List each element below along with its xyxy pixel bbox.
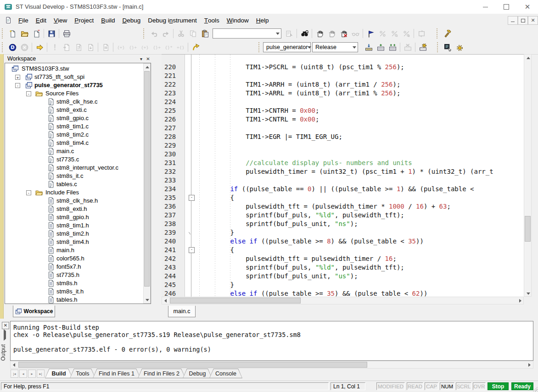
- open-file-button[interactable]: [18, 28, 30, 39]
- tree-item-font5x7-h[interactable]: font5x7.h: [56, 263, 81, 270]
- remove-watch-button[interactable]: [337, 28, 349, 39]
- menu-window[interactable]: Window: [223, 15, 252, 25]
- find-input[interactable]: [216, 30, 276, 37]
- code-editor[interactable]: 2202212222232242252262272282292302312322…: [162, 54, 524, 297]
- find-in-files-button[interactable]: [298, 28, 310, 39]
- menu-debug-instrument[interactable]: Debug instrument: [144, 15, 201, 25]
- menu-tools[interactable]: Tools: [201, 15, 223, 25]
- editor-hscrollbar-thumb[interactable]: [170, 298, 301, 304]
- menu-help[interactable]: Help: [252, 15, 273, 25]
- customize-tools-button[interactable]: [441, 28, 453, 39]
- workspace-tree[interactable]: STM8S103F3.stw+st7735_tft_soft_spi-pulse…: [5, 63, 151, 304]
- toolbar-grip[interactable]: [2, 42, 4, 52]
- tree-item-st7735-c[interactable]: st7735.c: [56, 156, 79, 163]
- tree-item-stm8-gpio-c[interactable]: stm8_gpio.c: [56, 115, 89, 121]
- scroll-left-icon[interactable]: [162, 297, 169, 304]
- tree-item-stm8-gpio-h[interactable]: stm8_gpio.h: [56, 214, 89, 221]
- find-combobox[interactable]: [213, 28, 281, 39]
- new-file-button[interactable]: [6, 28, 18, 39]
- tab-debug[interactable]: Debug: [183, 369, 212, 378]
- rebuild-all-button[interactable]: [417, 42, 429, 53]
- menu-view[interactable]: View: [50, 15, 71, 25]
- tree-item-pulse-generator-st7735[interactable]: pulse_generator_st7735: [34, 82, 103, 88]
- menu-debug[interactable]: Debug: [118, 15, 144, 25]
- maximize-button[interactable]: [496, 0, 517, 14]
- tree-item-stm8s103f3-stw[interactable]: STM8S103F3.stw: [22, 65, 69, 72]
- output-hscrollbar[interactable]: [10, 361, 533, 369]
- tree-expander-expanded[interactable]: -: [26, 190, 31, 195]
- tab-build[interactable]: Build: [45, 369, 73, 378]
- tree-item-include-files[interactable]: Include Files: [45, 189, 79, 196]
- minimize-button[interactable]: [475, 0, 496, 14]
- build-button[interactable]: [387, 42, 398, 53]
- save-workspace-button[interactable]: [45, 28, 57, 39]
- output-hscrollbar-thumb[interactable]: [18, 362, 367, 368]
- tree-item-tables-c[interactable]: tables.c: [56, 181, 77, 188]
- chevron-down-icon[interactable]: [276, 33, 280, 35]
- configuration-combobox[interactable]: Release: [312, 42, 358, 52]
- print-button[interactable]: [61, 28, 73, 39]
- mdi-close-button[interactable]: ✕: [528, 16, 538, 25]
- toolbar-grip[interactable]: [437, 42, 439, 52]
- tree-item-stm8-exti-c[interactable]: stm8_exti.c: [56, 106, 87, 113]
- tab-main-c[interactable]: main.c: [168, 306, 196, 317]
- toggle-bookmark-button[interactable]: [364, 28, 376, 39]
- tree-item-stm8-tim2-h[interactable]: stm8_tim2.h: [56, 230, 89, 237]
- tree-item-stm8-clk-hse-c[interactable]: stm8_clk_hse.c: [56, 98, 98, 105]
- scroll-up-icon[interactable]: [144, 64, 151, 71]
- tree-expander-expanded[interactable]: -: [26, 91, 31, 96]
- build-output[interactable]: Running Post-Build stepchex -o Release\p…: [10, 321, 533, 361]
- tree-item-color565-h[interactable]: color565.h: [56, 255, 84, 262]
- menu-build[interactable]: Build: [97, 15, 118, 25]
- tree-item-main-h[interactable]: main.h: [56, 247, 74, 254]
- tree-item-main-c[interactable]: main.c: [56, 148, 74, 155]
- tree-item-stm8-tim2-c[interactable]: stm8_tim2.c: [56, 131, 89, 138]
- project-combobox[interactable]: pulse_generator: [263, 42, 311, 52]
- toolbar-grip[interactable]: [437, 28, 439, 39]
- continue-run-button[interactable]: [34, 42, 45, 53]
- next-tab-icon[interactable]: ▸: [28, 370, 36, 378]
- last-tab-icon[interactable]: ▸|: [37, 370, 45, 378]
- prev-tab-icon[interactable]: ◂: [19, 370, 27, 378]
- scroll-down-icon[interactable]: [144, 297, 151, 304]
- scroll-down-icon[interactable]: [525, 290, 532, 297]
- tree-expander-collapsed[interactable]: +: [15, 75, 20, 80]
- tree-item-stm8-tim1-c[interactable]: stm8_tim1.c: [56, 123, 89, 130]
- scroll-right-icon[interactable]: [526, 361, 533, 368]
- tree-item-stm8s-it-c[interactable]: stm8s_it.c: [56, 172, 84, 179]
- toolbar-grip[interactable]: [143, 28, 146, 39]
- chevron-down-icon[interactable]: [308, 46, 311, 49]
- tree-item-source-files[interactable]: Source Files: [45, 90, 78, 97]
- tree-item-stm8-tim4-c[interactable]: stm8_tim4.c: [56, 139, 89, 146]
- output-close-icon[interactable]: ✕: [2, 322, 9, 329]
- tree-expander-expanded[interactable]: -: [15, 83, 20, 88]
- close-file-button[interactable]: *: [30, 28, 42, 39]
- tree-item-stm8-exti-h[interactable]: stm8_exti.h: [56, 205, 87, 212]
- tree-item-stm8-clk-hse-h[interactable]: stm8_clk_hse.h: [56, 197, 98, 204]
- panel-close-icon[interactable]: ✕: [145, 55, 151, 62]
- chevron-down-icon[interactable]: [353, 46, 356, 49]
- tree-item-tables-h[interactable]: tables.h: [56, 296, 78, 303]
- mdi-restore-button[interactable]: [518, 16, 528, 25]
- tree-scrollbar[interactable]: [143, 63, 151, 304]
- send-to-device-button[interactable]: [363, 42, 375, 53]
- tab-tools[interactable]: Tools: [70, 369, 95, 378]
- scroll-up-icon[interactable]: [525, 55, 532, 61]
- toolbar-grip[interactable]: [2, 28, 4, 39]
- scroll-left-icon[interactable]: [11, 361, 17, 368]
- editor-vscrollbar[interactable]: [524, 54, 532, 297]
- tree-item-st7735-h[interactable]: st7735.h: [56, 271, 79, 278]
- tree-item-st7735-tft-soft-spi[interactable]: st7735_tft_soft_spi: [34, 73, 84, 80]
- menu-file[interactable]: File: [15, 15, 32, 25]
- close-button[interactable]: ✕: [517, 0, 538, 14]
- scroll-right-icon[interactable]: [517, 297, 524, 304]
- tab-find-in-files-2[interactable]: Find in Files 2: [138, 369, 185, 378]
- tree-item-stm8s-it-h[interactable]: stm8s_it.h: [56, 288, 84, 295]
- go-to-pc-button[interactable]: [190, 42, 202, 53]
- menu-edit[interactable]: Edit: [32, 15, 50, 25]
- panel-menu-icon[interactable]: ▾: [138, 55, 145, 62]
- tree-item-stm8-tim4-h[interactable]: stm8_tim4.h: [56, 238, 89, 245]
- editor-hscrollbar[interactable]: [162, 297, 524, 304]
- editor-vscrollbar-thumb[interactable]: [525, 216, 531, 242]
- fold-collapse-icon[interactable]: -: [189, 247, 195, 253]
